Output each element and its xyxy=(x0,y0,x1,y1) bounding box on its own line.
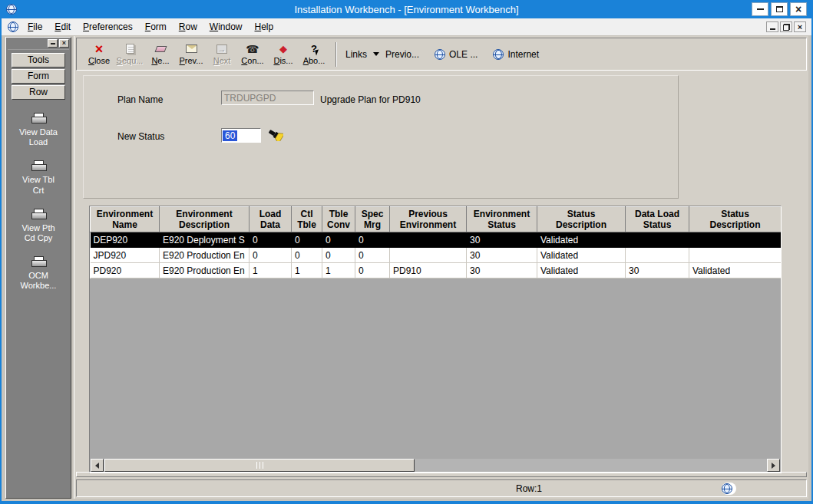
previous-dropdown[interactable]: Previo... xyxy=(385,49,419,60)
tab-tools[interactable]: Tools xyxy=(12,53,65,68)
panel-divider xyxy=(76,472,807,477)
grid-cell[interactable]: PD920 xyxy=(91,263,160,278)
grid-cell[interactable]: 0 xyxy=(355,263,390,278)
new-button[interactable]: Ne... xyxy=(146,40,175,68)
close-button[interactable]: Close xyxy=(84,40,114,68)
menu-file[interactable]: File xyxy=(21,20,48,34)
chevron-down-icon[interactable] xyxy=(373,52,379,56)
previous-button[interactable]: Prev... xyxy=(177,40,206,68)
grid-cell[interactable] xyxy=(390,248,467,263)
grid-cell[interactable] xyxy=(689,232,782,248)
column-header[interactable]: Data Load Status xyxy=(626,207,689,232)
table-row[interactable]: JPD920E920 Production En000030Validated xyxy=(91,248,782,263)
close-window-button[interactable]: × xyxy=(790,2,807,16)
grid-cell[interactable]: PD910 xyxy=(390,263,467,278)
ole-button[interactable]: OLE ... xyxy=(435,49,478,60)
horizontal-scrollbar[interactable] xyxy=(91,459,780,472)
mdi-close-button[interactable]: × xyxy=(794,21,806,32)
grid-cell[interactable] xyxy=(626,248,689,263)
grid-cell[interactable]: E920 Production En xyxy=(160,263,250,278)
grid-cell[interactable] xyxy=(626,232,689,248)
menu-app-icon[interactable] xyxy=(8,21,18,32)
grid-cell[interactable]: Validated xyxy=(537,248,626,263)
plan-name-description: Upgrade Plan for PD910 xyxy=(320,94,421,105)
grid-cell[interactable]: 1 xyxy=(322,263,355,278)
help-pointer-icon xyxy=(309,44,319,54)
grid-cell[interactable]: 0 xyxy=(355,232,390,248)
column-header[interactable]: Ctl Tble xyxy=(292,207,322,232)
scroll-right-button[interactable] xyxy=(767,459,780,472)
mdi-restore-button[interactable] xyxy=(780,21,792,32)
maximize-button[interactable] xyxy=(771,2,788,16)
menu-form[interactable]: Form xyxy=(139,20,173,34)
menu-help[interactable]: Help xyxy=(249,20,280,34)
report-icon xyxy=(31,113,45,124)
sidebar-item-ocm-workbench[interactable]: OCM Workbe... xyxy=(6,256,71,291)
column-header[interactable]: Load Data xyxy=(250,207,292,232)
sidebar-item-view-tbl-crt[interactable]: View Tbl Crt xyxy=(6,160,71,195)
grid-cell[interactable]: JPD920 xyxy=(91,248,160,263)
about-button[interactable]: Abo... xyxy=(299,40,329,68)
grid-cell[interactable]: 0 xyxy=(355,248,390,263)
close-icon: × xyxy=(798,23,802,31)
grid-cell[interactable]: Validated xyxy=(537,232,626,248)
menu-window[interactable]: Window xyxy=(203,20,249,34)
column-header[interactable]: Spec Mrg xyxy=(355,207,390,232)
column-header[interactable]: Previous Environment xyxy=(390,207,467,232)
grid-cell[interactable]: 1 xyxy=(292,263,322,278)
new-status-input[interactable]: 60 xyxy=(221,128,261,143)
grid-cell[interactable]: 30 xyxy=(467,232,537,248)
grid-cell[interactable]: 0 xyxy=(292,248,322,263)
grid-cell[interactable]: DEP920 xyxy=(91,232,160,248)
column-header[interactable]: Environment Name xyxy=(91,207,160,232)
button-label: Close xyxy=(88,56,110,65)
connections-button[interactable]: Con... xyxy=(238,40,267,68)
grid-cell[interactable]: 0 xyxy=(250,232,292,248)
minimize-button[interactable] xyxy=(752,2,768,16)
exit-bar-close-button[interactable]: × xyxy=(59,39,69,48)
grid-cell[interactable]: 1 xyxy=(250,263,292,278)
grid-cell[interactable]: 0 xyxy=(322,248,355,263)
display-button[interactable]: Dis... xyxy=(269,40,298,68)
exit-bar-minimize-button[interactable] xyxy=(48,39,58,48)
column-header[interactable]: Environment Status xyxy=(467,207,537,232)
tab-row[interactable]: Row xyxy=(12,85,65,100)
table-row[interactable]: PD920E920 Production En1110PD91030Valida… xyxy=(91,263,782,278)
grid-cell[interactable]: E920 Production En xyxy=(160,248,250,263)
menu-edit[interactable]: Edit xyxy=(48,20,77,34)
column-header[interactable]: Status Description xyxy=(689,207,782,232)
column-header[interactable]: Tble Conv xyxy=(322,207,355,232)
sidebar-item-view-pth-cd-cpy[interactable]: View Pth Cd Cpy xyxy=(6,209,71,243)
mdi-minimize-button[interactable] xyxy=(766,21,778,32)
scrollbar-thumb[interactable] xyxy=(104,459,415,472)
grid-cell[interactable]: Validated xyxy=(689,263,782,278)
plan-name-label: Plan Name xyxy=(117,94,163,105)
column-header[interactable]: Status Description xyxy=(537,207,626,232)
grid-cell[interactable] xyxy=(689,248,782,263)
grid-cell[interactable]: 0 xyxy=(292,232,322,248)
scroll-left-button[interactable] xyxy=(91,459,104,472)
exit-bar-header[interactable]: × xyxy=(8,39,69,50)
grid-cell[interactable]: Validated xyxy=(537,263,626,278)
column-header[interactable]: Environment Description xyxy=(160,207,250,232)
menu-row[interactable]: Row xyxy=(173,20,203,34)
grid-cell[interactable] xyxy=(390,232,467,248)
grid-cell[interactable]: 30 xyxy=(467,263,537,278)
grid-cell[interactable]: 30 xyxy=(467,248,537,263)
new-status-value: 60 xyxy=(223,130,237,141)
menu-preferences[interactable]: Preferences xyxy=(77,20,139,34)
grid-cell[interactable]: 0 xyxy=(322,232,355,248)
visual-assist-button[interactable] xyxy=(266,127,285,143)
internet-button[interactable]: Internet xyxy=(493,49,539,60)
report-icon xyxy=(31,256,45,267)
grid-table: Environment NameEnvironment DescriptionL… xyxy=(90,206,782,278)
sidebar-item-view-data-load[interactable]: View Data Load xyxy=(6,113,71,147)
grid-cell[interactable]: 0 xyxy=(250,248,292,263)
table-row[interactable]: DEP920E920 Deployment S000030Validated xyxy=(91,232,782,248)
links-dropdown[interactable]: Links xyxy=(345,49,367,60)
grid-cell[interactable]: E920 Deployment S xyxy=(160,232,250,248)
tab-form[interactable]: Form xyxy=(12,69,65,84)
form-panel: Plan Name Upgrade Plan for PD910 New Sta… xyxy=(83,75,679,199)
grid-cell[interactable]: 30 xyxy=(626,263,689,278)
title-bar[interactable]: Installation Workbench - [Environment Wo… xyxy=(0,0,813,18)
